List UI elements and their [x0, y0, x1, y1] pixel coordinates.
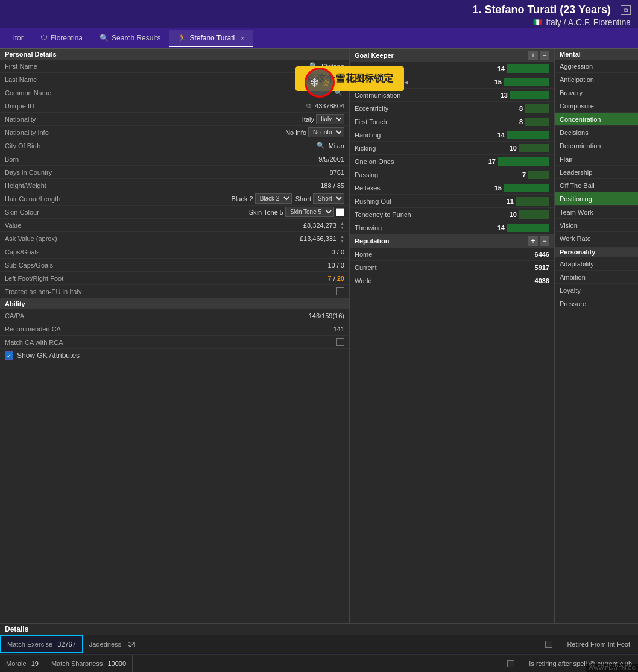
nationality-value: Italy Italy [113, 114, 344, 124]
mental-off-ball: Off The Ball [555, 179, 638, 192]
gk-aerial-bar [507, 64, 549, 73]
capa-label: CA/PA [5, 312, 113, 319]
jadedness-label: Jadedness [89, 641, 121, 648]
tab-close-button[interactable]: ✕ [240, 35, 245, 42]
field-hair: Hair Colour/Length Black 2 Black 2 Short… [0, 192, 349, 206]
sub-caps-label: Sub Caps/Goals [5, 262, 113, 269]
gk-first-touch-bar [525, 118, 549, 126]
field-nationality: Nationality Italy Italy [0, 113, 349, 126]
match-ca-value [113, 338, 344, 346]
nav-tabs: itor 🛡 Fiorentina 🔍 Search Results 🏃 Ste… [0, 28, 638, 49]
gk-passing: Passing 7 [350, 168, 554, 181]
details-label: Details [0, 623, 638, 635]
sub-caps-value: 10 / 0 [113, 262, 344, 269]
flag-icon: 🇮🇹 [533, 18, 542, 27]
ask-value-amount: £13,466,331 ▲▼ [113, 234, 344, 243]
gk-kicking-bar [519, 144, 549, 152]
hair-length-dropdown[interactable]: Short [313, 193, 344, 204]
hair-colour-dropdown[interactable]: Black 2 [255, 193, 292, 204]
snowflake-circle[interactable]: ❄ ☆ [305, 68, 335, 98]
tab-player-label: Stefano Turati [189, 34, 235, 42]
player-club: Italy / A.C.F. Fiorentina [546, 17, 631, 27]
unique-id-label: Unique ID [5, 102, 113, 110]
nationality-label: Nationality [5, 116, 113, 123]
retired-checkbox[interactable] [545, 641, 552, 648]
tab-editor[interactable]: itor [5, 30, 32, 47]
days-in-country-value: 8761 [113, 169, 344, 176]
non-eu-checkbox[interactable] [336, 287, 344, 295]
retired-label: Retired From Int Foot. [567, 641, 632, 648]
gk-one-on-ones-bar [498, 157, 549, 166]
jadedness-field: Jadedness -34 [83, 635, 142, 653]
mental-determination: Determination [555, 139, 638, 152]
nationality-info-dropdown[interactable]: No info [308, 127, 344, 137]
morale-label: Morale [6, 660, 27, 667]
watermark: WWW.PLAYFM.CC [586, 664, 638, 672]
gk-plus-button[interactable]: + [528, 51, 538, 60]
recommended-ca-label: Recommended CA [5, 325, 113, 333]
field-capa: CA/PA 143/159(16) [0, 309, 349, 322]
bottom-right-fields: Retired From Int Foot. [142, 641, 638, 648]
match-ca-checkbox[interactable] [336, 338, 344, 346]
tab-editor-label: itor [13, 34, 24, 42]
city-of-birth-label: City Of Birth [5, 142, 113, 149]
gk-minus-button[interactable]: − [540, 51, 549, 60]
foot-label: Left Foot/Right Foot [5, 275, 113, 282]
field-ask-value: Ask Value (aprox) £13,466,331 ▲▼ [0, 232, 349, 245]
caps-goals-value: 0 / 0 [113, 248, 344, 256]
field-days-in-country: Days in Country 8761 [0, 166, 349, 179]
nationality-info-value: No info No info [113, 127, 344, 137]
morale-value[interactable]: 19 [31, 660, 39, 667]
copy-icon[interactable]: ⧉ [306, 102, 311, 110]
gk-first-touch: First Touch 8 [350, 115, 554, 128]
reputation-header: Reputation + − [350, 234, 554, 248]
window-icon[interactable]: ⧉ [621, 5, 631, 15]
reputation-pm-buttons: + − [528, 236, 549, 246]
last-name-label: Last Name [5, 76, 113, 83]
nationality-dropdown[interactable]: Italy [316, 114, 344, 124]
match-sharpness-field: Match Sharpness 10000 [45, 655, 133, 672]
personality-header: Personality [555, 247, 638, 257]
left-foot-value: 7 [328, 275, 332, 282]
capa-value: 143/159(16) [113, 312, 344, 319]
personality-ambition: Ambition [555, 271, 638, 284]
main-layout: Personal Details First Name 🔍Stefano Las… [0, 49, 638, 650]
retiring-checkbox[interactable] [507, 660, 514, 667]
jadedness-value[interactable]: -34 [126, 641, 136, 648]
rep-minus-button[interactable]: − [540, 236, 549, 246]
tab-search[interactable]: 🔍 Search Results [91, 30, 169, 47]
top-header: 1. Stefano Turati (23 Years) ⧉ 🇮🇹 Italy … [0, 0, 638, 28]
gk-passing-bar [528, 171, 549, 179]
recommended-ca-value: 141 [113, 325, 344, 333]
personality-pressure: Pressure [555, 297, 638, 310]
gk-throwing-bar [507, 224, 549, 232]
gk-rushing-out: Rushing Out 11 [350, 195, 554, 208]
gk-command-bar [504, 78, 549, 86]
gk-reflexes: Reflexes 15 [350, 181, 554, 195]
mental-composure: Composure [555, 99, 638, 113]
gk-communication-bar [510, 91, 549, 99]
rep-home: Home 6446 [350, 248, 554, 261]
field-non-eu: Treated as non-EU in Italy [0, 285, 349, 298]
snowflake-icon: ❄ [309, 75, 320, 90]
morale-field: Morale 19 [0, 655, 45, 672]
show-gk-checkbox[interactable]: ✓ [5, 351, 13, 360]
mental-leadership: Leadership [555, 166, 638, 179]
value-spinner[interactable]: ▲▼ [340, 221, 344, 230]
skin-colour-value: Skin Tone 5 Skin Tone 5 [113, 207, 344, 217]
field-skin-colour: Skin Colour Skin Tone 5 Skin Tone 5 [0, 206, 349, 219]
field-caps-goals: Caps/Goals 0 / 0 [0, 245, 349, 259]
personality-loyalty: Loyalty [555, 284, 638, 297]
match-sharpness-value[interactable]: 10000 [107, 660, 126, 667]
tab-fiorentina-label: Fiorentina [51, 34, 83, 42]
ask-value-spinner[interactable]: ▲▼ [340, 234, 344, 243]
skin-colour-dropdown[interactable]: Skin Tone 5 [285, 207, 334, 217]
gk-tendency-to-punch: Tendency to Punch 10 [350, 208, 554, 221]
mental-bravery: Bravery [555, 86, 638, 99]
tab-fiorentina[interactable]: 🛡 Fiorentina [32, 30, 91, 47]
tab-player[interactable]: 🏃 Stefano Turati ✕ [169, 30, 253, 47]
gk-kicking: Kicking 10 [350, 142, 554, 155]
rep-plus-button[interactable]: + [528, 236, 538, 246]
match-exercise-value[interactable]: 32767 [57, 641, 76, 648]
search-icon-city: 🔍 [317, 142, 325, 149]
